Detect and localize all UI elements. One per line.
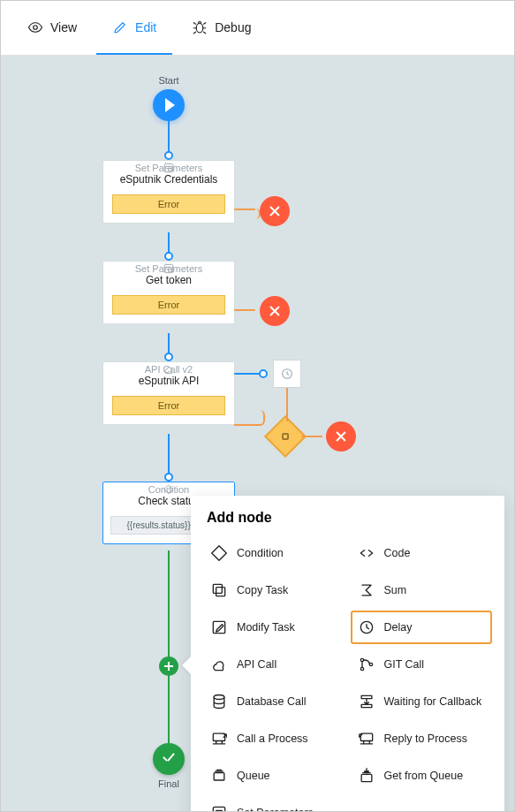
option-label: Condition [237, 547, 284, 559]
reply-proc-icon [358, 730, 375, 747]
connector-dot [164, 151, 173, 160]
option-label: Code [384, 547, 411, 559]
add-node-option-reply-proc[interactable]: Reply to Process [351, 722, 493, 755]
add-node-option-call-proc[interactable]: Call a Process [203, 722, 345, 755]
delete-node-button[interactable] [326, 421, 356, 452]
add-node-popover: Add node ConditionCodeCopy TaskSumModify… [191, 496, 504, 812]
condition-icon [210, 544, 228, 562]
option-label: Sum [384, 584, 407, 596]
tab-debug[interactable]: Debug [176, 1, 267, 55]
add-node-option-get-queue[interactable]: Get from Queue [351, 759, 493, 793]
add-node-option-modify-task[interactable]: Modify Task [203, 611, 345, 644]
tab-edit-label: Edit [135, 20, 156, 34]
connector [168, 550, 170, 743]
node-type-label: Set Parameters [135, 163, 202, 173]
delete-node-button[interactable] [260, 196, 290, 226]
node-name: eSputnik Credentials [103, 171, 234, 194]
git-call-icon [358, 656, 375, 673]
node-type-label: Condition [148, 484, 189, 495]
node-name: eSputnik API [103, 373, 234, 396]
option-label: Copy Task [237, 584, 288, 596]
add-node-option-db-call[interactable]: Database Call [203, 685, 345, 718]
option-label: Modify Task [237, 621, 295, 634]
option-label: Database Call [237, 695, 307, 708]
option-label: Call a Process [237, 732, 308, 745]
final-node[interactable] [153, 743, 185, 775]
node-error-badge: Error [112, 396, 225, 415]
set-params-icon [210, 804, 228, 812]
connector-dot [164, 252, 173, 261]
add-node-option-delay[interactable]: Delay [351, 611, 493, 644]
node-name: Get token [103, 272, 234, 295]
start-label: Start [151, 75, 186, 86]
add-node-option-wait-cb[interactable]: Waiting for Callback [351, 685, 493, 718]
sum-icon [358, 581, 375, 599]
node-error-badge: Error [112, 295, 225, 315]
call-proc-icon [210, 730, 228, 747]
svg-point-1 [196, 23, 203, 33]
node-type-label: Set Parameters [135, 263, 202, 274]
add-node-option-sum[interactable]: Sum [351, 573, 493, 607]
node-set-params-2[interactable]: Set Parameters Get token Error [102, 261, 235, 324]
tab-debug-label: Debug [215, 20, 251, 34]
queue-icon [210, 767, 228, 785]
option-label: Set Parameters [237, 807, 314, 812]
delay-icon [358, 618, 375, 636]
add-node-button[interactable] [159, 656, 178, 676]
option-label: Get from Queue [384, 770, 464, 782]
popover-title: Add node [207, 510, 488, 526]
option-label: Queue [237, 770, 270, 782]
connector-dot [259, 369, 268, 378]
add-node-option-git-call[interactable]: GIT Call [351, 648, 493, 681]
connector-dot [164, 353, 173, 361]
delete-node-button[interactable] [260, 296, 290, 326]
option-label: Reply to Process [384, 732, 467, 745]
connector-dot [164, 473, 173, 482]
api-call-icon [210, 656, 228, 673]
option-label: GIT Call [384, 658, 425, 671]
final-label: Final [151, 778, 186, 789]
start-node[interactable] [153, 89, 185, 121]
wait-cb-icon [358, 693, 375, 710]
option-label: Waiting for Callback [384, 695, 482, 708]
db-call-icon [210, 693, 228, 710]
code-icon [358, 544, 375, 562]
node-error-badge: Error [112, 194, 225, 214]
option-label: Delay [384, 621, 413, 634]
copy-task-icon [210, 581, 228, 599]
node-api-call[interactable]: API Call v2 eSputnik API Error [102, 361, 235, 425]
add-node-option-set-params[interactable]: Set Parameters [203, 796, 345, 812]
get-queue-icon [358, 767, 375, 785]
add-node-option-code[interactable]: Code [351, 536, 493, 570]
add-node-option-queue[interactable]: Queue [203, 759, 345, 793]
add-node-option-copy-task[interactable]: Copy Task [203, 573, 345, 607]
add-node-option-api-call[interactable]: API Call [203, 648, 345, 681]
toolbar: View Edit Debug [1, 1, 514, 56]
branch-diamond[interactable] [264, 415, 307, 458]
node-type-label: API Call v2 [145, 364, 193, 375]
svg-point-0 [34, 25, 38, 29]
delay-mini-node[interactable] [273, 360, 301, 388]
add-node-option-condition[interactable]: Condition [203, 536, 345, 570]
option-label: API Call [237, 658, 276, 671]
tab-view-label: View [50, 20, 77, 34]
modify-task-icon [210, 618, 228, 636]
connector [168, 434, 170, 478]
tab-view[interactable]: View [11, 1, 93, 55]
node-set-params-1[interactable]: Set Parameters eSputnik Credentials Erro… [102, 160, 235, 224]
tab-edit[interactable]: Edit [96, 1, 172, 55]
